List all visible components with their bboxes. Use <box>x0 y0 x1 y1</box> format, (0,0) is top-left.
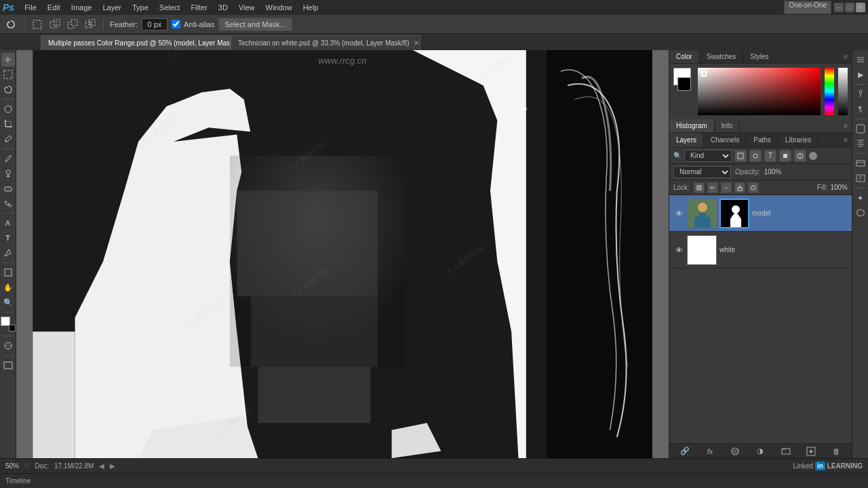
menu-layer[interactable]: Layer <box>98 2 126 13</box>
filter-pixel-icon[interactable] <box>734 150 747 162</box>
menu-file[interactable]: File <box>20 2 41 13</box>
layer-delete-icon[interactable]: 🗑 <box>829 445 843 458</box>
filter-type-icon[interactable]: T <box>764 150 776 162</box>
filter-smart-icon[interactable] <box>794 150 806 162</box>
strip-play-icon[interactable]: ▶ <box>854 68 867 81</box>
minimize-button[interactable]: ─ <box>834 3 844 12</box>
brush-tool[interactable] <box>1 152 15 165</box>
tab-technician[interactable]: Technician on white.psd @ 33.3% (model, … <box>231 35 420 50</box>
color-hue-strip[interactable] <box>825 68 834 115</box>
background-swatch[interactable] <box>677 77 691 91</box>
layer-link-icon[interactable]: 🔗 <box>678 445 692 458</box>
color-gradient-picker[interactable] <box>698 68 821 115</box>
quick-selection-tool[interactable] <box>1 102 15 116</box>
one-on-one-dropdown[interactable]: One-on-One <box>784 1 831 14</box>
tab-channels[interactable]: Channels <box>704 133 747 147</box>
selection-tool[interactable] <box>1 68 15 81</box>
menu-window[interactable]: Window <box>261 2 297 13</box>
menu-select[interactable]: Select <box>155 2 185 13</box>
tab-close-2[interactable]: ✕ <box>414 39 419 47</box>
status-prev-arrow[interactable]: ◀ <box>99 462 104 470</box>
menu-help[interactable]: Help <box>298 2 323 13</box>
tab-swatches[interactable]: Swatches <box>700 50 743 63</box>
strip-align-icon[interactable] <box>854 137 867 150</box>
hand-tool[interactable]: ✋ <box>1 281 15 294</box>
menu-type[interactable]: Type <box>127 2 153 13</box>
layer-visibility-model[interactable]: 👁 <box>673 208 684 219</box>
filter-adjust-icon[interactable] <box>749 150 762 162</box>
menu-view[interactable]: View <box>234 2 260 13</box>
strip-arrange-icon[interactable] <box>854 53 867 66</box>
eraser-tool[interactable] <box>1 182 15 195</box>
color-opacity-strip[interactable] <box>838 68 848 115</box>
tab-layers[interactable]: Layers <box>669 133 704 147</box>
menu-3d[interactable]: 3D <box>214 2 233 13</box>
tab-color[interactable]: Color <box>669 50 700 63</box>
status-next-arrow[interactable]: ▶ <box>110 462 115 470</box>
layer-add-icon[interactable] <box>804 445 818 458</box>
eyedropper-tool[interactable] <box>1 132 15 146</box>
layer-adjustment-icon[interactable]: ◑ <box>753 445 767 458</box>
layer-row-model[interactable]: 👁 <box>669 195 852 232</box>
antialias-checkbox[interactable] <box>172 20 180 28</box>
crop-tool[interactable] <box>1 117 15 131</box>
filter-type-dropdown[interactable]: Kind <box>684 150 732 162</box>
lasso-tool-icon[interactable] <box>4 18 18 31</box>
menu-image[interactable]: Image <box>66 2 97 13</box>
add-selection-icon[interactable] <box>48 18 62 31</box>
screen-mode-tool[interactable] <box>1 359 15 372</box>
lasso-tool[interactable] <box>1 83 15 96</box>
type-tool[interactable]: T <box>1 231 15 245</box>
histogram-menu[interactable]: ≡ <box>844 122 852 129</box>
path-selection-tool[interactable] <box>1 246 15 260</box>
lock-pixels-icon[interactable] <box>694 182 705 193</box>
tab-paths[interactable]: Paths <box>747 133 778 147</box>
lock-position-icon[interactable]: ✏ <box>707 182 718 193</box>
layer-mask-model[interactable] <box>719 199 749 228</box>
strip-adjustments-icon[interactable] <box>854 122 867 136</box>
shape-tool[interactable] <box>1 266 15 279</box>
layer-row-white[interactable]: 👁 white <box>669 232 852 268</box>
panel-menu-icon[interactable]: ≡ <box>844 53 848 60</box>
layer-visibility-white[interactable]: 👁 <box>673 245 684 256</box>
strip-star-icon[interactable]: ✦ <box>854 191 867 205</box>
blend-mode-dropdown[interactable]: Normal <box>673 166 731 178</box>
tab-multiple-passes[interactable]: Multiple passes Color Range.psd @ 50% (m… <box>41 35 231 50</box>
lock-all-icon[interactable] <box>734 182 745 193</box>
tab-libraries[interactable]: Libraries <box>778 133 818 147</box>
strip-properties-icon[interactable] <box>854 87 867 101</box>
lock-extra-icon[interactable] <box>748 182 759 193</box>
feather-input[interactable] <box>142 18 167 30</box>
filter-shape-icon[interactable] <box>779 150 791 162</box>
move-tool[interactable]: ✛ <box>1 53 15 66</box>
canvas-area[interactable]: www.rrcg.cn <box>16 50 669 458</box>
tab-styles[interactable]: Styles <box>743 50 776 63</box>
tab-info[interactable]: Info <box>715 119 741 132</box>
filter-toggle[interactable] <box>809 152 817 160</box>
foreground-color-swatch[interactable] <box>1 317 16 331</box>
lock-artboards-icon[interactable]: ↔ <box>721 182 732 193</box>
pen-tool[interactable]: A <box>1 216 15 230</box>
subtract-selection-icon[interactable] <box>66 18 79 31</box>
layer-mask-icon[interactable] <box>728 445 742 458</box>
strip-history-icon[interactable] <box>854 171 867 185</box>
menu-filter[interactable]: Filter <box>186 2 212 13</box>
layer-fx-icon[interactable]: fx <box>703 445 717 458</box>
new-selection-icon[interactable] <box>31 18 44 31</box>
intersect-selection-icon[interactable] <box>83 18 97 31</box>
fill-label: Fill: <box>817 184 828 191</box>
close-button[interactable]: ✕ <box>856 3 865 12</box>
select-and-mask-button[interactable]: Select and Mask... <box>218 18 292 31</box>
layers-menu-icon[interactable]: ≡ <box>844 136 848 144</box>
clone-tool[interactable] <box>1 167 15 180</box>
tab-histogram[interactable]: Histogram <box>669 119 715 132</box>
zoom-tool[interactable]: 🔍 <box>1 296 15 309</box>
strip-extra-icon[interactable] <box>854 206 867 220</box>
maximize-button[interactable]: □ <box>845 3 854 12</box>
strip-content-icon[interactable] <box>854 157 867 170</box>
paint-bucket-tool[interactable] <box>1 197 15 210</box>
menu-edit[interactable]: Edit <box>43 2 65 13</box>
layer-group-icon[interactable] <box>779 445 793 458</box>
quick-mask-tool[interactable] <box>1 339 15 352</box>
strip-paragraph-icon[interactable]: ¶ <box>854 102 867 116</box>
